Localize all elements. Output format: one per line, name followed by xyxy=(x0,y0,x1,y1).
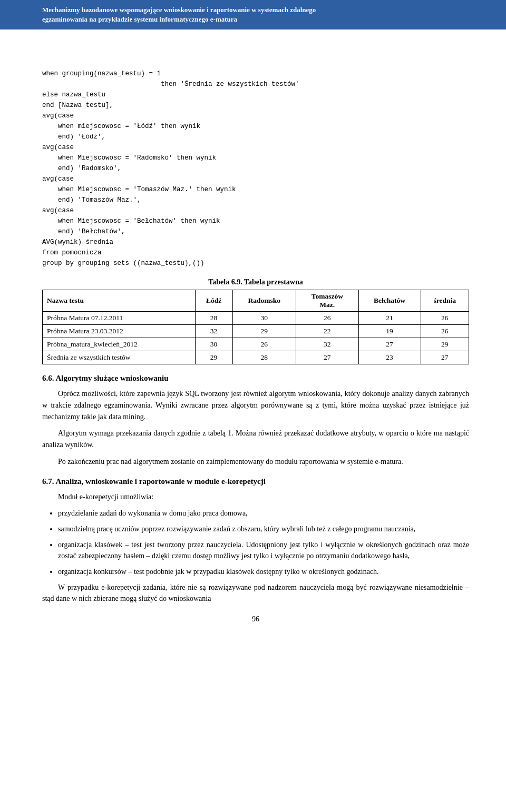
sql-code-block: when grouping(nazwa_testu) = 1 then 'Śre… xyxy=(42,68,469,269)
section-66-para1: Oprócz możliwości, które zapewnia język … xyxy=(42,388,469,422)
cell-radomsko: 30 xyxy=(232,312,296,325)
section-67-heading: 6.7. Analiza, wnioskowanie i raportowani… xyxy=(42,477,469,486)
cell-name: Średnia ze wszystkich testów xyxy=(43,351,196,364)
col-header-radomsko: Radomsko xyxy=(232,290,296,312)
page-number: 96 xyxy=(42,615,469,623)
cell-srednia: 29 xyxy=(421,338,469,351)
cell-name: Próbna Matura 07.12.2011 xyxy=(43,312,196,325)
cell-belchatow: 27 xyxy=(358,338,421,351)
cell-name: Próbna Matura 23.03.2012 xyxy=(43,325,196,338)
table-row: Próbna_matura_kwiecień_2012 30 26 32 27 … xyxy=(43,338,469,351)
table-row: Próbna Matura 07.12.2011 28 30 26 21 26 xyxy=(43,312,469,325)
list-item: organizacja klasówek – test jest tworzon… xyxy=(58,539,469,562)
cell-tomaszow: 27 xyxy=(296,351,358,364)
cell-radomsko: 29 xyxy=(232,325,296,338)
section-66-para2: Algorytm wymaga przekazania danych zgodn… xyxy=(42,428,469,450)
cell-belchatow: 21 xyxy=(358,312,421,325)
cell-radomsko: 26 xyxy=(232,338,296,351)
cell-belchatow: 23 xyxy=(358,351,421,364)
page-header: Mechanizmy bazodanowe wspomagające wnios… xyxy=(0,0,506,29)
section-66-heading: 6.6. Algorytmy służące wnioskowaniu xyxy=(42,374,469,383)
col-header-belchatow: Bełchatów xyxy=(358,290,421,312)
section-67-intro: Moduł e-korepetycji umożliwia: xyxy=(42,491,469,503)
col-header-tomaszow: TomaszówMaz. xyxy=(296,290,358,312)
cell-lodz: 30 xyxy=(195,338,232,351)
table-row: Średnia ze wszystkich testów 29 28 27 23… xyxy=(43,351,469,364)
col-header-lodz: Łódź xyxy=(195,290,232,312)
cell-lodz: 32 xyxy=(195,325,232,338)
col-header-name: Nazwa testu xyxy=(43,290,196,312)
header-line2: egzaminowania na przykładzie systemu inf… xyxy=(42,15,237,23)
cell-srednia: 26 xyxy=(421,312,469,325)
cell-radomsko: 28 xyxy=(232,351,296,364)
cell-tomaszow: 26 xyxy=(296,312,358,325)
cell-srednia: 26 xyxy=(421,325,469,338)
list-item: przydzielanie zadań do wykonania w domu … xyxy=(58,508,469,519)
cell-srednia: 27 xyxy=(421,351,469,364)
section-66-para3: Po zakończeniu prac nad algorytmem zosta… xyxy=(42,456,469,468)
section-67-para-end: W przypadku e-korepetycji zadania, które… xyxy=(42,582,469,605)
bullet-list: przydzielanie zadań do wykonania w domu … xyxy=(58,508,469,577)
table-caption: Tabela 6.9. Tabela przestawna xyxy=(42,278,469,286)
cell-belchatow: 19 xyxy=(358,325,421,338)
list-item: organizacja konkursów – test podobnie ja… xyxy=(58,566,469,578)
table-row: Próbna Matura 23.03.2012 32 29 22 19 26 xyxy=(43,325,469,338)
header-line1: Mechanizmy bazodanowe wspomagające wnios… xyxy=(42,6,316,14)
col-header-srednia: średnia xyxy=(421,290,469,312)
cell-tomaszow: 32 xyxy=(296,338,358,351)
cell-tomaszow: 22 xyxy=(296,325,358,338)
list-item: samodzielną pracę uczniów poprzez rozwią… xyxy=(58,523,469,535)
cell-lodz: 28 xyxy=(195,312,232,325)
cell-lodz: 29 xyxy=(195,351,232,364)
cell-name: Próbna_matura_kwiecień_2012 xyxy=(43,338,196,351)
data-table: Nazwa testu Łódź Radomsko TomaszówMaz. B… xyxy=(42,290,469,364)
